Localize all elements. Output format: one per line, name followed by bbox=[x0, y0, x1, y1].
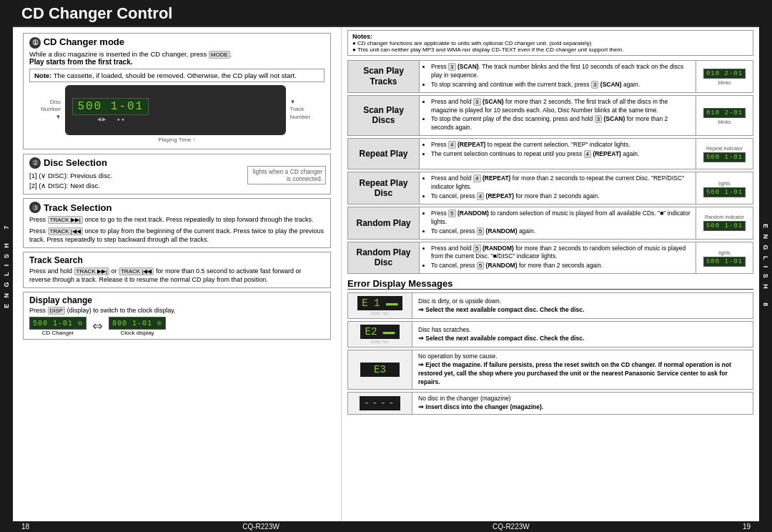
blinks-label-scan-discs: blinks bbox=[718, 119, 731, 124]
feature-display-scan-tracks: 010 2-01 blinks bbox=[696, 61, 753, 92]
track-search-title: Track Search bbox=[29, 255, 325, 265]
sidebar-right-text: E N G L I S H 8 bbox=[762, 224, 769, 308]
cd-icons-row: ◀ ▶ ● ● bbox=[97, 117, 124, 122]
error-display-e2: E2 ▬▬ bbox=[360, 325, 400, 339]
content-columns: ① CD Changer mode While a disc magazine … bbox=[13, 26, 759, 521]
disc-no-e1: DISC NO bbox=[371, 311, 389, 315]
error-title: Error Display Messages bbox=[347, 278, 753, 290]
track-sel-title: Track Selection bbox=[44, 202, 112, 213]
notes-title: Notes: bbox=[352, 33, 748, 40]
note-item-1: ● CD changer functions are applicable to… bbox=[352, 40, 748, 46]
sidebar-left: E N G L I S H 7 bbox=[0, 0, 13, 532]
track-sel-desc: Press TRACK ▶▶| once to go to the next t… bbox=[29, 215, 325, 245]
feature-desc-repeat-play: Press 4 (REPEAT) to repeat the current s… bbox=[420, 139, 696, 169]
feature-scan-tracks: Scan PlayTracks Press 3 (SCAN). The trac… bbox=[347, 60, 753, 93]
note-item-2: ● This unit can neither play MP3 and WMA… bbox=[352, 46, 748, 53]
sidebar-right: E N G L I S H 8 bbox=[759, 0, 772, 532]
feature-label-repeat-play: Repeat Play bbox=[348, 139, 420, 169]
page-title: CD Changer Control bbox=[21, 4, 172, 23]
cd-mode-desc: While a disc magazine is inserted in the… bbox=[29, 50, 325, 58]
blinks-label-scan-tracks: blinks bbox=[718, 80, 731, 85]
cd-mode-num: ① bbox=[29, 37, 41, 49]
feature-desc-random-disc: Press and hold 5 (RANDOM) for more than … bbox=[420, 242, 696, 274]
cd-mode-bold: Play starts from the first track. bbox=[29, 58, 325, 66]
track-sel-header: ③ Track Selection bbox=[29, 202, 325, 213]
feature-repeat-disc: Repeat PlayDisc Press and hold 4 (REPEAT… bbox=[347, 172, 753, 205]
disc-no-e2: DISC NO bbox=[371, 340, 389, 344]
cd-display: 500 1-01 ◀ ▶ ● ● bbox=[65, 85, 285, 135]
track-selection-section: ③ Track Selection Press TRACK ▶▶| once t… bbox=[23, 198, 331, 248]
small-display-repeat-disc: 500 1-01 bbox=[703, 187, 746, 197]
error-desc-e1: Disc is dirty, or is upside down. ⇒ Sele… bbox=[412, 293, 753, 318]
model-left: CQ-R223W bbox=[242, 523, 279, 531]
left-column: ① CD Changer mode While a disc magazine … bbox=[13, 27, 342, 521]
small-display-scan-tracks: 010 2-01 bbox=[703, 69, 746, 79]
mini-display-1: 500 1-01 ⊙ bbox=[29, 317, 86, 330]
mini-display-2: 800 1-01 ⊙ bbox=[109, 317, 166, 330]
page-num-right: 19 bbox=[743, 523, 751, 531]
display-change-row: 500 1-01 ⊙ CD Changer ⇔ 800 1-01 ⊙ Clock… bbox=[29, 317, 325, 336]
error-display-e1: E 1 ▬▬ bbox=[357, 296, 402, 310]
cd-display-row: Disc Number ▼ 500 1-01 ◀ ▶ ● ● bbox=[29, 85, 325, 135]
page-wrapper: E N G L I S H 7 CD Changer Control ① CD … bbox=[0, 0, 772, 532]
feature-desc-random-play: Press 5 (RANDOM) to random selection of … bbox=[420, 207, 696, 239]
display-change-desc: Press DISP (display) to switch to the cl… bbox=[29, 307, 325, 314]
feature-desc-repeat-disc: Press and hold 4 (REPEAT) for more than … bbox=[420, 172, 696, 204]
feature-label-scan-discs: Scan PlayDiscs bbox=[348, 96, 420, 136]
error-code-e1: E 1 ▬▬ DISC NO bbox=[348, 293, 412, 318]
small-display-random-disc: 500 1-01 bbox=[703, 257, 746, 267]
cd-screen: 500 1-01 bbox=[72, 98, 149, 115]
cd-display-area: Disc Number ▼ 500 1-01 ◀ ▶ ● ● bbox=[29, 85, 325, 143]
features-list: Scan PlayTracks Press 3 (SCAN). The trac… bbox=[347, 60, 753, 274]
error-desc-e2: Disc has scratches. ⇒ Select the next av… bbox=[412, 322, 753, 347]
feature-label-random-disc: Random PlayDisc bbox=[348, 242, 420, 274]
display-clock: 800 1-01 ⊙ Clock display bbox=[109, 317, 166, 336]
disc-selection-section: ② Disc Selection [1] (∨ DISC): Previous … bbox=[23, 154, 331, 195]
feature-random-disc: Random PlayDisc Press and hold 5 (RANDOM… bbox=[347, 242, 753, 275]
cd-mode-section: ① CD Changer mode While a disc magazine … bbox=[23, 33, 331, 149]
error-desc-e3: No operation by some cause. ⇒ Eject the … bbox=[412, 350, 753, 389]
feature-display-repeat-play: Repeat indicator 500 1-01 bbox=[696, 139, 753, 169]
feature-label-random-play: Random Play bbox=[348, 207, 420, 239]
sidebar-left-text: E N G L I S H 7 bbox=[3, 224, 10, 308]
main-content: CD Changer Control ① CD Changer mode Whi… bbox=[13, 0, 759, 532]
lights-label-random-disc: lights bbox=[718, 250, 730, 255]
page-num-left: 18 bbox=[21, 523, 29, 531]
error-display-e3: E3 bbox=[360, 363, 400, 377]
error-row-nodisc: ---- No disc in the changer (magazine) ⇒… bbox=[347, 392, 753, 415]
error-code-nodisc: ---- bbox=[348, 393, 412, 414]
error-code-e3: E3 bbox=[348, 350, 412, 389]
feature-label-scan-tracks: Scan PlayTracks bbox=[348, 61, 420, 92]
feature-desc-scan-tracks: Press 3 (SCAN). The track number blinks … bbox=[420, 61, 696, 92]
right-column: Notes: ● CD changer functions are applic… bbox=[342, 27, 759, 521]
track-search-desc: Press and hold TRACK ▶▶| or TRACK |◀◀ fo… bbox=[29, 267, 325, 285]
track-sel-num: ③ bbox=[29, 202, 41, 213]
track-search-section: Track Search Press and hold TRACK ▶▶| or… bbox=[23, 252, 331, 288]
feature-repeat-play: Repeat Play Press 4 (REPEAT) to repeat t… bbox=[347, 138, 753, 169]
cd-mode-title: ① CD Changer mode bbox=[29, 36, 325, 49]
error-code-e2: E2 ▬▬ DISC NO bbox=[348, 322, 412, 347]
error-e2-display-wrap: E2 ▬▬ DISC NO bbox=[360, 325, 400, 344]
small-display-scan-discs: 010 2-01 bbox=[703, 108, 746, 118]
feature-label-repeat-disc: Repeat PlayDisc bbox=[348, 172, 420, 204]
display-arrow: ⇔ bbox=[92, 318, 103, 334]
error-desc-nodisc: No disc in the changer (magazine) ⇒ Inse… bbox=[412, 393, 753, 414]
display-change-section: Display change Press DISP (display) to s… bbox=[23, 292, 331, 340]
cd-icon2: ● ● bbox=[117, 117, 124, 122]
display-widget: 500 1-01 ◀ ▶ ● ● bbox=[72, 98, 149, 122]
display-change-title: Display change bbox=[29, 295, 325, 305]
display-cd-changer: 500 1-01 ⊙ CD Changer bbox=[29, 317, 86, 336]
feature-display-repeat-disc: lights 500 1-01 bbox=[696, 172, 753, 204]
error-section: Error Display Messages E 1 ▬▬ DISC NO Di… bbox=[347, 278, 753, 415]
lights-label-repeat-disc: lights bbox=[718, 181, 730, 186]
disc-sel-num: ② bbox=[29, 157, 41, 169]
annotation-left: Disc Number ▼ bbox=[29, 99, 61, 121]
small-display-random-play: 500 1-01 bbox=[703, 221, 746, 231]
error-row-e1: E 1 ▬▬ DISC NO Disc is dirty, or is upsi… bbox=[347, 292, 753, 319]
light-note: lights when a CD changer is connected. bbox=[247, 166, 326, 184]
error-row-e2: E2 ▬▬ DISC NO Disc has scratches. ⇒ Sele… bbox=[347, 321, 753, 348]
cd-icon1: ◀ ▶ bbox=[97, 117, 106, 122]
small-display-repeat-play: 500 1-01 bbox=[703, 152, 746, 162]
feature-random-play: Random Play Press 5 (RANDOM) to random s… bbox=[347, 207, 753, 240]
annotation-right: ▼ Track Number bbox=[290, 99, 325, 121]
